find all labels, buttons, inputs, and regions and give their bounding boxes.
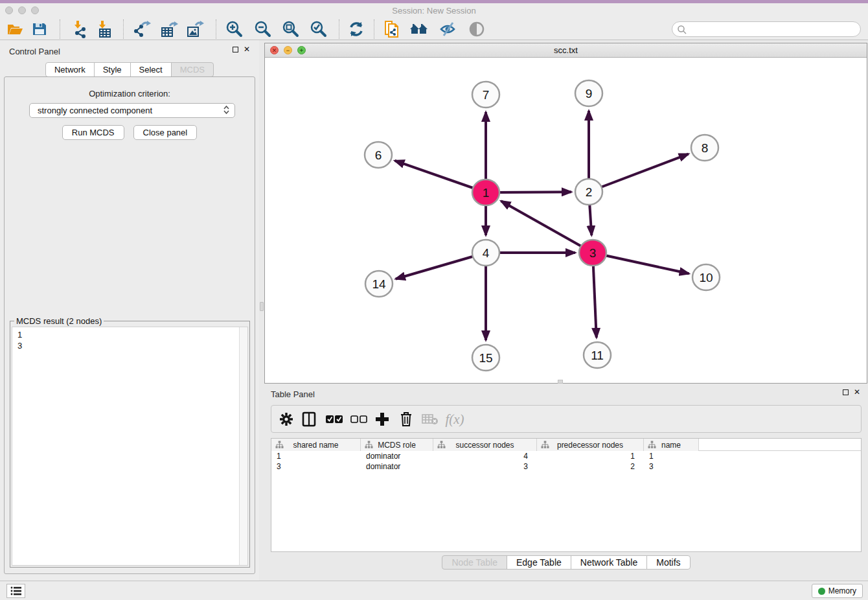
mcds-result-line: 1 xyxy=(17,329,242,340)
float-panel-icon[interactable] xyxy=(233,47,238,52)
show-all-networks-icon[interactable] xyxy=(409,20,429,38)
run-mcds-button[interactable]: Run MCDS xyxy=(62,125,124,140)
export-table-icon[interactable] xyxy=(159,20,179,38)
column-header-shared-name[interactable]: shared name xyxy=(271,439,361,451)
edge-1-6[interactable] xyxy=(395,161,486,192)
table-cell[interactable]: 3 xyxy=(644,461,699,472)
close-table-panel-icon[interactable]: ✕ xyxy=(854,389,860,395)
node-3[interactable]: 3 xyxy=(579,240,606,266)
splitter-grip[interactable] xyxy=(260,302,264,311)
zoom-out-icon[interactable] xyxy=(253,20,273,38)
node-label: 11 xyxy=(591,349,604,362)
table-tabs: Node TableEdge TableNetwork TableMotifs xyxy=(264,555,868,570)
node-14[interactable]: 14 xyxy=(365,271,393,297)
node-label: 4 xyxy=(483,246,490,260)
refresh-icon[interactable] xyxy=(347,20,366,38)
column-header-MCDS-role[interactable]: MCDS role xyxy=(361,439,433,451)
table-cell[interactable]: dominator xyxy=(361,461,433,472)
node-table[interactable]: shared nameMCDS rolesuccessor nodesprede… xyxy=(271,438,862,552)
duplicate-network-icon[interactable] xyxy=(382,20,402,38)
tab-network[interactable]: Network xyxy=(45,62,95,77)
search-box[interactable] xyxy=(672,21,861,37)
edge-3-10[interactable] xyxy=(593,253,689,273)
hide-selected-icon[interactable] xyxy=(439,20,458,38)
memory-status-icon xyxy=(818,588,825,595)
import-table-icon[interactable] xyxy=(95,20,114,38)
close-panel-icon[interactable]: ✕ xyxy=(244,46,250,52)
node-6[interactable]: 6 xyxy=(365,142,392,168)
export-image-icon[interactable] xyxy=(185,20,205,38)
float-table-panel-icon[interactable] xyxy=(843,389,849,395)
open-session-icon[interactable] xyxy=(5,20,25,38)
control-panel-tabs: NetworkStyleSelectMCDS xyxy=(0,62,259,77)
save-session-icon[interactable] xyxy=(30,20,49,38)
node-7[interactable]: 7 xyxy=(472,82,499,108)
vertical-splitter[interactable] xyxy=(259,40,264,581)
table-row[interactable]: 1dominator411 xyxy=(271,451,861,461)
select-all-icon[interactable] xyxy=(325,410,344,428)
tab-select[interactable]: Select xyxy=(130,62,172,77)
deselect-all-icon[interactable] xyxy=(349,410,369,428)
table-tab-node-table[interactable]: Node Table xyxy=(442,555,507,570)
control-panel-title: Control Panel xyxy=(9,47,60,56)
table-cell[interactable]: 2 xyxy=(537,461,644,472)
zoom-in-icon[interactable] xyxy=(225,20,244,38)
node-15[interactable]: 15 xyxy=(472,345,499,371)
node-table-header: shared nameMCDS rolesuccessor nodesprede… xyxy=(271,439,861,451)
show-columns-icon[interactable] xyxy=(299,410,319,428)
show-graphics-details-icon[interactable] xyxy=(467,20,486,38)
table-mode-gear-icon[interactable] xyxy=(277,410,296,428)
edge-3-1[interactable] xyxy=(501,201,593,253)
table-tab-edge-table[interactable]: Edge Table xyxy=(507,555,571,570)
edge-2-8[interactable] xyxy=(589,154,689,192)
node-9[interactable]: 9 xyxy=(575,80,602,106)
network-window-titlebar[interactable]: ✕ − + scc.txt xyxy=(265,43,867,58)
toolbar-separator xyxy=(60,19,60,39)
node-4[interactable]: 4 xyxy=(472,240,499,266)
optimization-criterion-select[interactable]: strongly connected component xyxy=(29,103,235,118)
tab-style[interactable]: Style xyxy=(94,62,131,77)
table-cell[interactable]: dominator xyxy=(361,451,433,461)
node-8[interactable]: 8 xyxy=(691,135,718,161)
search-input[interactable] xyxy=(689,23,856,35)
window-title: Session: New Session xyxy=(0,6,868,16)
table-cell[interactable]: 1 xyxy=(271,451,361,461)
network-window: ✕ − + scc.txt 7968124314101511 xyxy=(264,43,867,384)
memory-button[interactable]: Memory xyxy=(812,584,863,598)
table-cell[interactable]: 1 xyxy=(644,451,699,461)
table-cell[interactable]: 1 xyxy=(537,451,644,461)
column-header-predecessor-nodes[interactable]: predecessor nodes xyxy=(537,439,644,451)
import-network-icon[interactable] xyxy=(70,20,89,38)
optimization-criterion-value: strongly connected component xyxy=(38,106,152,115)
table-cell[interactable]: 3 xyxy=(271,461,361,472)
select-stepper-icon xyxy=(223,106,229,114)
network-canvas[interactable]: 7968124314101511 xyxy=(265,58,867,383)
task-history-button[interactable] xyxy=(6,584,25,598)
result-scrollbar[interactable] xyxy=(239,327,247,565)
delete-columns-icon[interactable] xyxy=(396,410,416,428)
node-10[interactable]: 10 xyxy=(692,264,720,290)
table-row[interactable]: 3dominator323 xyxy=(271,461,861,472)
node-label: 8 xyxy=(702,141,709,155)
network-title: scc.txt xyxy=(265,45,867,55)
table-cell[interactable]: 4 xyxy=(433,451,537,461)
node-label: 1 xyxy=(483,186,490,200)
close-panel-button[interactable]: Close panel xyxy=(133,125,198,140)
node-2[interactable]: 2 xyxy=(575,179,602,205)
column-header-name[interactable]: name xyxy=(644,439,699,451)
column-header-successor-nodes[interactable]: successor nodes xyxy=(433,439,537,451)
mcds-result-group: MCDS result (2 nodes) 1 3 xyxy=(10,321,250,568)
table-tab-network-table[interactable]: Network Table xyxy=(571,555,647,570)
table-tab-motifs[interactable]: Motifs xyxy=(646,555,690,570)
zoom-selected-icon[interactable] xyxy=(309,20,328,38)
export-network-icon[interactable] xyxy=(133,20,152,38)
node-11[interactable]: 11 xyxy=(584,342,611,368)
mcds-result-textarea[interactable]: 1 3 xyxy=(12,327,248,566)
add-column-icon[interactable] xyxy=(372,410,392,428)
zoom-fit-icon[interactable] xyxy=(281,20,301,38)
tab-mcds[interactable]: MCDS xyxy=(171,62,214,77)
node-1[interactable]: 1 xyxy=(472,179,499,205)
table-cell[interactable]: 3 xyxy=(433,461,537,472)
toolbar-separator xyxy=(339,19,339,39)
node-label: 3 xyxy=(589,246,597,260)
